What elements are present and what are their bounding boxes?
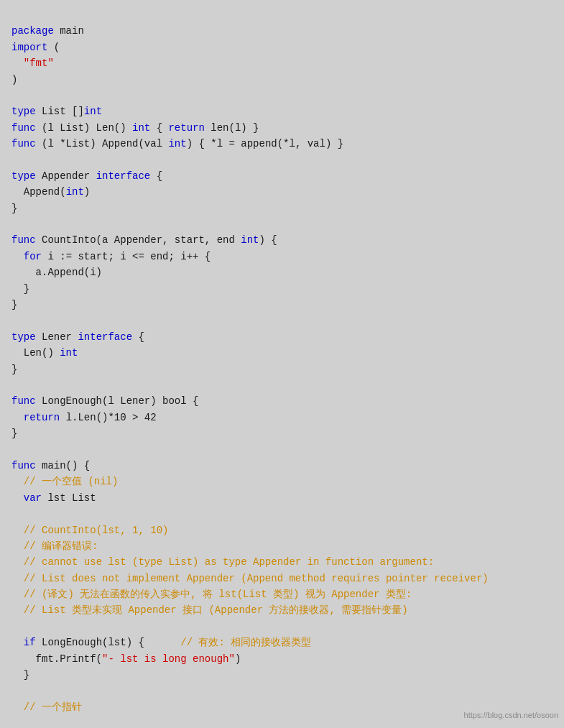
line-34: // cannot use lst (type List) as type Ap… [11, 556, 434, 568]
code-content: package main import ( "fmt" ) type List … [11, 7, 553, 715]
line-6: type List []int [11, 106, 102, 117]
line-37: // List 类型未实现 Appender 接口 (Appender 方法的接… [11, 604, 408, 616]
line-26: } [11, 428, 17, 439]
line-22: } [11, 364, 17, 375]
line-11: Append(int) [11, 186, 90, 198]
line-32: // CountInto(lst, 1, 10) [11, 525, 168, 536]
line-29: // 一个空值 (nil) [11, 476, 118, 487]
line-14: func CountInto(a Appender, start, end in… [11, 234, 277, 246]
line-36: // (译文) 无法在函数的传入实参中, 将 lst(List 类型) 视为 A… [11, 589, 412, 600]
line-16: a.Append(i) [11, 267, 102, 278]
line-20: type Lener interface { [11, 331, 144, 343]
line-43: // 一个指针 [11, 701, 82, 713]
line-18: } [11, 299, 17, 310]
line-33: // 编译器错误: [11, 540, 98, 552]
line-2: import ( [11, 42, 60, 53]
watermark: https://blog.csdn.net/osoon [464, 709, 558, 722]
line-40: fmt.Printf("- lst is long enough") [11, 653, 241, 665]
line-4: ) [11, 74, 17, 86]
line-15: for i := start; i <= end; i++ { [11, 251, 211, 262]
line-39: if LongEnough(lst) { // 有效: 相同的接收器类型 [11, 637, 311, 648]
line-25: return l.Len()*10 > 42 [11, 412, 157, 423]
line-8: func (l *List) Append(val int) { *l = ap… [11, 138, 343, 149]
line-21: Len() int [11, 347, 78, 359]
line-3: "fmt" [11, 57, 54, 69]
line-24: func LongEnough(l Lener) bool { [11, 395, 198, 407]
line-30: var lst List [11, 492, 96, 504]
line-28: func main() { [11, 460, 90, 471]
line-12: } [11, 203, 17, 214]
line-35: // List does not implement Appender (App… [11, 573, 489, 584]
line-1: package main [11, 25, 84, 37]
line-10: type Appender interface { [11, 170, 162, 182]
line-7: func (l List) Len() int { return len(l) … [11, 122, 259, 134]
line-17: } [11, 283, 29, 295]
line-41: } [11, 669, 29, 681]
